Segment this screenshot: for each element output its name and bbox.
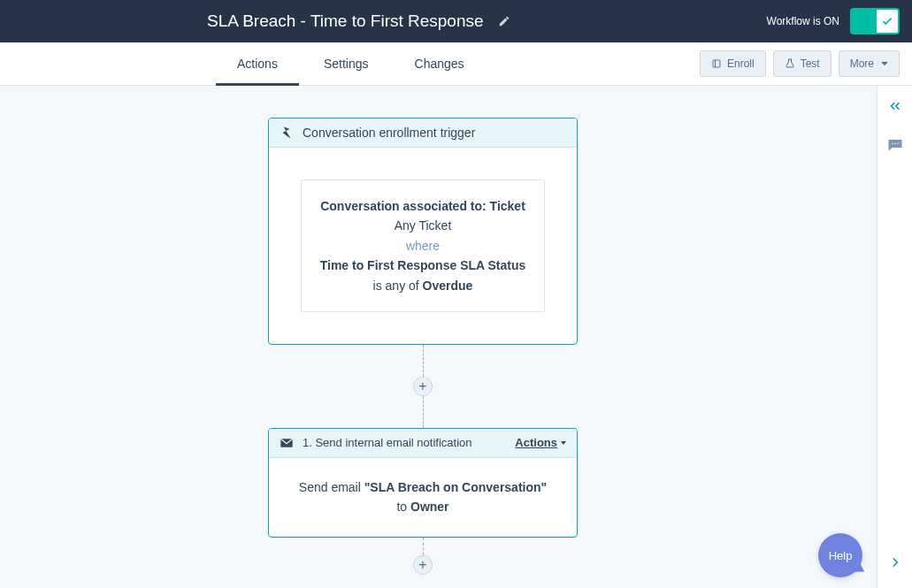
trigger-line4-value: Overdue bbox=[423, 279, 473, 293]
right-rail bbox=[877, 86, 912, 588]
test-icon bbox=[785, 58, 795, 69]
tabs-actions: Enroll Test More bbox=[700, 42, 900, 85]
svg-rect-0 bbox=[713, 60, 720, 67]
chevron-down-icon bbox=[881, 62, 888, 65]
trigger-line4-rest: is any of bbox=[373, 279, 423, 293]
connector bbox=[423, 538, 424, 555]
connector bbox=[423, 396, 424, 428]
tabs-bar: Actions Settings Changes Enroll Test Mor… bbox=[0, 42, 912, 86]
workflow-canvas[interactable]: Conversation enrollment trigger Conversa… bbox=[0, 86, 912, 588]
comments-icon[interactable] bbox=[887, 137, 903, 153]
email-icon bbox=[280, 436, 294, 450]
workflow-title-wrap: SLA Breach - Time to First Response bbox=[207, 11, 510, 31]
trigger-card-header: Conversation enrollment trigger bbox=[269, 118, 577, 148]
enroll-button[interactable]: Enroll bbox=[700, 50, 766, 77]
action1-actions-menu[interactable]: Actions bbox=[515, 436, 566, 449]
trigger-card-body: Conversation associated to: Ticket Any T… bbox=[269, 148, 577, 344]
trigger-where: where bbox=[319, 236, 526, 256]
action1-card[interactable]: 1. Send internal email notification Acti… bbox=[268, 428, 578, 538]
action1-title: 1. Send internal email notification bbox=[303, 436, 472, 449]
action1-card-body: Send email "SLA Breach on Conversation" … bbox=[269, 458, 577, 537]
action1-actions-label: Actions bbox=[515, 436, 557, 449]
workflow-toggle[interactable] bbox=[850, 8, 900, 34]
workflow-title: SLA Breach - Time to First Response bbox=[207, 11, 484, 31]
trigger-line4: Time to First Response SLA Status is any… bbox=[319, 256, 526, 295]
svg-point-3 bbox=[897, 143, 899, 145]
test-label: Test bbox=[801, 57, 820, 70]
action1-card-header: 1. Send internal email notification Acti… bbox=[269, 429, 577, 458]
action1-body-to: to bbox=[396, 500, 410, 514]
workflow-column: Conversation enrollment trigger Conversa… bbox=[268, 118, 578, 575]
tab-settings[interactable]: Settings bbox=[313, 42, 379, 85]
enroll-icon bbox=[711, 58, 722, 69]
add-action-button[interactable]: + bbox=[413, 377, 433, 396]
test-button[interactable]: Test bbox=[773, 50, 832, 77]
trigger-icon bbox=[280, 126, 294, 140]
action1-body-owner: Owner bbox=[410, 500, 449, 514]
trigger-card[interactable]: Conversation enrollment trigger Conversa… bbox=[268, 118, 578, 345]
add-action-button[interactable]: + bbox=[413, 555, 433, 575]
more-button[interactable]: More bbox=[839, 50, 900, 77]
expand-panel-icon[interactable] bbox=[887, 554, 903, 570]
help-label: Help bbox=[829, 549, 853, 562]
check-icon bbox=[881, 15, 893, 27]
workflow-status: Workflow is ON bbox=[767, 15, 839, 27]
trigger-line4-prop: Time to First Response SLA Status bbox=[320, 258, 526, 272]
trigger-filter-box[interactable]: Conversation associated to: Ticket Any T… bbox=[301, 179, 545, 312]
chevron-down-icon bbox=[561, 441, 566, 445]
action1-body-email: "SLA Breach on Conversation" bbox=[364, 480, 547, 494]
trigger-line2: Any Ticket bbox=[319, 216, 526, 235]
help-button[interactable]: Help bbox=[818, 533, 862, 577]
enroll-label: Enroll bbox=[727, 57, 755, 70]
svg-point-2 bbox=[894, 143, 896, 145]
toggle-off-half[interactable] bbox=[850, 8, 875, 34]
top-header: SLA Breach - Time to First Response Work… bbox=[0, 0, 912, 42]
top-header-right: Workflow is ON bbox=[767, 8, 900, 34]
more-label: More bbox=[850, 57, 874, 70]
tab-changes[interactable]: Changes bbox=[404, 42, 475, 85]
action1-body-prefix: Send email bbox=[299, 480, 364, 494]
svg-point-1 bbox=[892, 143, 893, 145]
trigger-line1: Conversation associated to: Ticket bbox=[320, 199, 525, 213]
tabs: Actions Settings Changes bbox=[226, 42, 475, 85]
tab-actions[interactable]: Actions bbox=[226, 42, 288, 85]
edit-title-icon[interactable] bbox=[498, 15, 510, 27]
trigger-title: Conversation enrollment trigger bbox=[303, 126, 475, 140]
connector bbox=[423, 345, 424, 377]
toggle-on-half[interactable] bbox=[875, 8, 900, 34]
collapse-panel-icon[interactable] bbox=[887, 98, 903, 114]
